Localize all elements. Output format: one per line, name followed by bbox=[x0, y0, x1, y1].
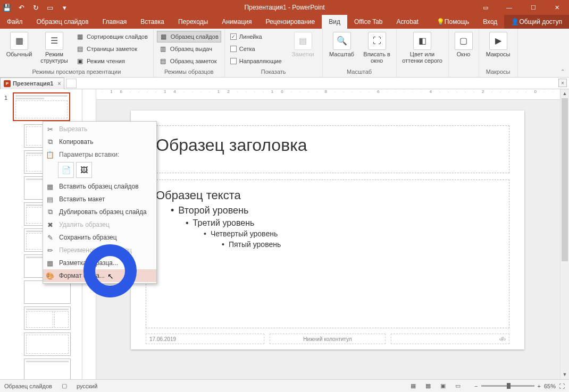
fit-icon[interactable]: ⛶ bbox=[559, 383, 565, 389]
edit-pane: ⸱16⸱⸱⸱⸱14⸱⸱⸱⸱12⸱⸱⸱⸱10⸱⸱⸱⸱8⸱⸱⸱⸱⸱6⸱⸱⸱⸱⸱4⸱⸱… bbox=[96, 89, 569, 379]
tab-view[interactable]: Вид bbox=[322, 15, 347, 29]
ribbon-options-icon[interactable]: ▭ bbox=[473, 0, 497, 15]
paste-keep-format-icon[interactable]: 📄 bbox=[58, 162, 74, 178]
macros-button[interactable]: ▶Макросы bbox=[482, 31, 514, 57]
group-color bbox=[400, 69, 445, 77]
scroll-thumb[interactable] bbox=[562, 98, 568, 261]
layout-thumbnail[interactable] bbox=[24, 306, 71, 330]
new-tab-button[interactable] bbox=[66, 79, 77, 88]
tab-animations[interactable]: Анимация bbox=[215, 15, 258, 29]
window-button[interactable]: ▢Окно bbox=[452, 31, 475, 57]
quick-access: 💾 ↶ ↻ ▭ ▾ bbox=[0, 0, 71, 15]
paste-icon: 📋 bbox=[45, 150, 55, 159]
ctx-delete-master: ✖Удалить образец bbox=[43, 218, 156, 231]
ctx-insert-layout[interactable]: ▤Вставить макет bbox=[43, 193, 156, 206]
horizontal-ruler: ⸱16⸱⸱⸱⸱14⸱⸱⸱⸱12⸱⸱⸱⸱10⸱⸱⸱⸱8⸱⸱⸱⸱⸱6⸱⸱⸱⸱⸱4⸱⸱… bbox=[96, 89, 569, 100]
undo-icon[interactable]: ↶ bbox=[14, 1, 28, 14]
tab-insert[interactable]: Вставка bbox=[133, 15, 171, 29]
ctx-format-background[interactable]: 🎨Формат фона... bbox=[43, 269, 156, 282]
title-placeholder[interactable]: Образец заголовка bbox=[146, 125, 509, 173]
zoom-button[interactable]: 🔍Масштаб bbox=[326, 31, 358, 57]
sorter-view-icon[interactable]: ▩ bbox=[421, 381, 435, 391]
close-all-icon[interactable]: × bbox=[558, 79, 567, 87]
slidenum-placeholder[interactable]: ‹#› bbox=[391, 334, 509, 344]
date-placeholder[interactable]: 17.06.2019 bbox=[146, 334, 264, 344]
spellcheck-icon[interactable]: ▢ bbox=[62, 382, 67, 389]
close-icon[interactable]: ✕ bbox=[545, 0, 569, 15]
redo-icon[interactable]: ↻ bbox=[29, 1, 43, 14]
handout-master-button[interactable]: ▥Образец выдач bbox=[157, 43, 221, 55]
ctx-paste-options-header: 📋Параметры вставки: bbox=[43, 148, 156, 161]
group-show: Показать bbox=[228, 69, 319, 77]
ruler-checkbox[interactable]: ✓Линейка bbox=[228, 31, 284, 42]
close-tab-icon[interactable]: × bbox=[55, 81, 61, 87]
vertical-scrollbar[interactable]: ▲ ▼ bbox=[560, 89, 569, 379]
scroll-down-icon[interactable]: ▼ bbox=[560, 370, 569, 379]
paste-picture-icon[interactable]: 🖼 bbox=[76, 162, 92, 178]
tab-slide-master[interactable]: Образец слайдов bbox=[30, 15, 96, 29]
master-thumbnail[interactable] bbox=[13, 92, 70, 121]
save-icon[interactable]: 💾 bbox=[0, 1, 14, 14]
group-master-views: Режимы образцов bbox=[157, 69, 221, 77]
body-placeholder[interactable]: Образец текста Второй уровень Третий уро… bbox=[146, 180, 509, 328]
scroll-up-icon[interactable]: ▲ bbox=[560, 89, 569, 98]
zoom-level[interactable]: 65% bbox=[544, 383, 556, 389]
document-tab[interactable]: P Презентация1 × bbox=[0, 78, 64, 89]
menubar: Файл Образец слайдов Главная Вставка Пер… bbox=[0, 15, 569, 29]
tellme[interactable]: 💡 Помощь bbox=[430, 15, 476, 29]
ctx-master-layout[interactable]: ▦Разметка образца... bbox=[43, 257, 156, 269]
group-presentation-views: Режимы просмотра презентации bbox=[3, 69, 150, 77]
notes-button: ▤Заметки bbox=[287, 31, 319, 57]
titlebar: 💾 ↶ ↻ ▭ ▾ Презентация1 - PowerPoint ▭ — … bbox=[0, 0, 569, 15]
document-tab-bar: P Презентация1 × × bbox=[0, 78, 569, 89]
guides-checkbox[interactable]: Направляющие bbox=[228, 55, 284, 67]
tab-home[interactable]: Главная bbox=[96, 15, 134, 29]
copy-icon: ⧉ bbox=[45, 137, 55, 147]
color-grayscale-button[interactable]: ◧Цвет или оттенки серого bbox=[400, 31, 445, 64]
slide-master-button[interactable]: ▦Образец слайдов bbox=[157, 31, 221, 42]
layout-thumbnail[interactable] bbox=[24, 359, 71, 379]
grid-checkbox[interactable]: Сетка bbox=[228, 43, 284, 55]
sorter-view-button[interactable]: ▦Сортировщик слайдов bbox=[73, 31, 150, 42]
ctx-insert-master[interactable]: ▦Вставить образец слайдов bbox=[43, 180, 156, 193]
tab-acrobat[interactable]: Acrobat bbox=[390, 15, 425, 29]
fit-window-button[interactable]: ⛶Вписать в окно bbox=[361, 31, 393, 64]
outline-view-button[interactable]: ☰Режим структуры bbox=[38, 31, 70, 64]
share[interactable]: 👤 Общий доступ bbox=[504, 15, 569, 29]
touch-mode-icon[interactable]: ▾ bbox=[57, 1, 71, 14]
maximize-icon[interactable]: ☐ bbox=[521, 0, 545, 15]
ctx-preserve-master[interactable]: ✎Сохранить образец bbox=[43, 231, 156, 244]
ribbon: ▦Обычный ☰Режим структуры ▦Сортировщик с… bbox=[0, 29, 569, 78]
collapse-ribbon-icon[interactable]: ⌃ bbox=[558, 69, 567, 76]
statusbar: Образец слайдов ▢ русский ▦ ▩ ▣ ▭ − + 65… bbox=[0, 379, 569, 392]
notes-master-button[interactable]: ▤Образец заметок bbox=[157, 55, 221, 67]
reading-view-icon[interactable]: ▣ bbox=[436, 381, 450, 391]
notes-page-button[interactable]: ▤Страницы заметок bbox=[73, 43, 150, 55]
slideshow-view-icon[interactable]: ▭ bbox=[451, 381, 465, 391]
format-background-icon: 🎨 bbox=[45, 271, 55, 280]
tab-transitions[interactable]: Переходы bbox=[171, 15, 215, 29]
start-slideshow-icon[interactable]: ▭ bbox=[43, 1, 57, 14]
ctx-copy[interactable]: ⧉Копировать bbox=[43, 135, 156, 148]
ctx-duplicate-master[interactable]: ⧉Дублировать образец слайда bbox=[43, 206, 156, 218]
slide-canvas[interactable]: Образец заголовка Образец текста Второй … bbox=[131, 110, 524, 350]
zoom-control[interactable]: − + 65% ⛶ bbox=[474, 383, 565, 389]
tab-file[interactable]: Файл bbox=[0, 15, 30, 29]
group-window bbox=[452, 69, 475, 77]
cut-icon: ✂ bbox=[45, 124, 55, 134]
reading-view-button[interactable]: ▣Режим чтения bbox=[73, 55, 150, 67]
signin[interactable]: Вход bbox=[476, 15, 504, 29]
tab-officetab[interactable]: Office Tab bbox=[347, 15, 390, 29]
normal-view-button[interactable]: ▦Обычный bbox=[3, 31, 35, 57]
tab-review[interactable]: Рецензирование bbox=[259, 15, 322, 29]
zoom-in-icon[interactable]: + bbox=[538, 383, 541, 389]
ctx-rename-master: ✏Переименовать образец bbox=[43, 244, 156, 257]
minimize-icon[interactable]: — bbox=[497, 0, 521, 15]
zoom-out-icon[interactable]: − bbox=[474, 383, 478, 389]
layout-thumbnail[interactable] bbox=[24, 333, 71, 356]
layout-thumbnail[interactable] bbox=[24, 280, 71, 304]
status-language[interactable]: русский bbox=[77, 383, 97, 389]
powerpoint-icon: P bbox=[4, 80, 11, 87]
normal-view-icon[interactable]: ▦ bbox=[406, 381, 420, 391]
footer-placeholder[interactable]: Нижний колонтитул bbox=[270, 334, 385, 344]
